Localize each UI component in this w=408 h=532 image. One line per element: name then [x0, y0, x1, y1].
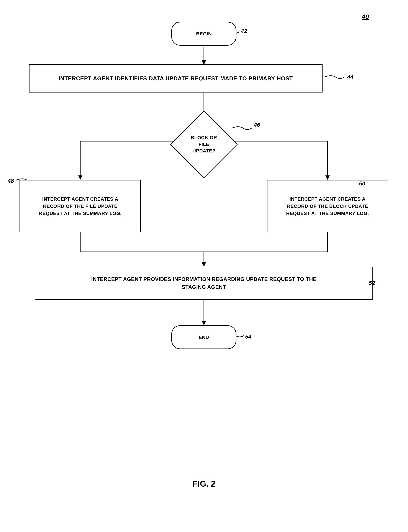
diamond-46-label: BLOCK ORFILEUPDATE? [191, 134, 217, 154]
svg-marker-6 [78, 176, 82, 180]
step-52-label: INTERCEPT AGENT PROVIDES INFORMATION REG… [91, 275, 317, 291]
end-label: END [199, 334, 209, 341]
ref-48: 48 [8, 178, 14, 184]
step-50-box: INTERCEPT AGENT CREATES ARECORD OF THE B… [267, 180, 388, 232]
diagram-ref-number: 40 [362, 13, 369, 20]
svg-marker-15 [202, 262, 206, 267]
diagram-container: 40 BEGIN 42 INTERCEPT AGENT IDENTIFIES D… [0, 0, 408, 532]
ref-42: 42 [241, 28, 247, 35]
diamond-46-wrapper: BLOCK ORFILEUPDATE? [176, 116, 232, 173]
ref-44: 44 [347, 74, 353, 80]
ref-52: 52 [369, 280, 375, 286]
ref-54: 54 [245, 333, 251, 340]
svg-marker-1 [202, 60, 206, 65]
svg-marker-17 [202, 321, 206, 325]
begin-label: BEGIN [196, 30, 212, 37]
step-50-label: INTERCEPT AGENT CREATES ARECORD OF THE B… [286, 195, 369, 217]
end-node: END [171, 325, 237, 349]
ref-46: 46 [254, 122, 260, 128]
ref-50: 50 [359, 180, 365, 187]
step-44-label: INTERCEPT AGENT IDENTIFIES DATA UPDATE R… [59, 74, 293, 83]
svg-marker-9 [325, 176, 330, 180]
begin-node: BEGIN [171, 22, 237, 46]
step-44-box: INTERCEPT AGENT IDENTIFIES DATA UPDATE R… [29, 64, 323, 92]
figure-label: FIG. 2 [193, 479, 216, 488]
step-48-label: INTERCEPT AGENT CREATES ARECORD OF THE F… [39, 195, 121, 217]
step-52-box: INTERCEPT AGENT PROVIDES INFORMATION REG… [35, 267, 373, 300]
step-48-box: INTERCEPT AGENT CREATES ARECORD OF THE F… [19, 180, 141, 232]
